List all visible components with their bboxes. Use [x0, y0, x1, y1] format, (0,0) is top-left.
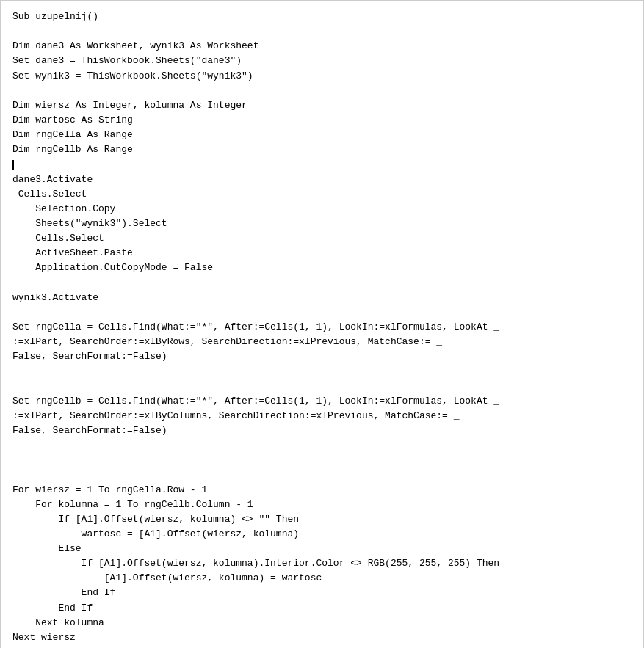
code-line: Cells.Select	[12, 189, 87, 200]
code-line: False, SearchFormat:=False)	[12, 351, 167, 362]
code-line: Application.CutCopyMode = False	[12, 262, 213, 273]
code-line: wartosc = [A1].Offset(wiersz, kolumna)	[12, 528, 299, 539]
code-line: Next kolumna	[12, 617, 104, 628]
code-line: wynik3.Activate	[12, 292, 98, 303]
code-line: If [A1].Offset(wiersz, kolumna).Interior…	[12, 558, 499, 569]
code-line	[12, 159, 14, 170]
code-line: Dim wartosc As String	[12, 114, 133, 125]
code-line: Set rngCellb = Cells.Find(What:="*", Aft…	[12, 396, 499, 407]
code-editor: Sub uzupelnij() Dim dane3 As Worksheet, …	[0, 0, 644, 648]
code-line: :=xlPart, SearchOrder:=xlByRows, SearchD…	[12, 336, 442, 347]
code-line: :=xlPart, SearchOrder:=xlByColumns, Sear…	[12, 410, 460, 421]
code-line: End If	[12, 587, 115, 598]
code-line: For kolumna = 1 To rngCellb.Column - 1	[12, 499, 253, 510]
code-line: False, SearchFormat:=False)	[12, 425, 167, 436]
code-line: Next wiersz	[12, 632, 76, 643]
code-line: [A1].Offset(wiersz, kolumna) = wartosc	[12, 572, 322, 583]
code-line: Set dane3 = ThisWorkbook.Sheets("dane3")	[12, 55, 242, 66]
code-line: Dim dane3 As Worksheet, wynik3 As Worksh…	[12, 40, 258, 51]
code-line: ActiveSheet.Paste	[12, 247, 133, 258]
code-line: Else	[12, 543, 82, 554]
code-line: Dim wiersz As Integer, kolumna As Intege…	[12, 100, 247, 111]
code-line: Sub uzupelnij()	[12, 11, 98, 22]
code-line: Dim rngCella As Range	[12, 129, 133, 140]
code-line: Set rngCella = Cells.Find(What:="*", Aft…	[12, 321, 499, 332]
code-line: Sheets("wynik3").Select	[12, 218, 167, 229]
code-line: End If	[12, 603, 93, 614]
code-line: For wiersz = 1 To rngCella.Row - 1	[12, 484, 207, 495]
code-line: dane3.Activate	[12, 174, 93, 185]
code-line: Dim rngCellb As Range	[12, 144, 133, 155]
code-line: If [A1].Offset(wiersz, kolumna) <> "" Th…	[12, 514, 299, 525]
code-line: Selection.Copy	[12, 203, 115, 214]
code-line: Cells.Select	[12, 233, 104, 244]
code-line: Set wynik3 = ThisWorkbook.Sheets("wynik3…	[12, 70, 253, 81]
